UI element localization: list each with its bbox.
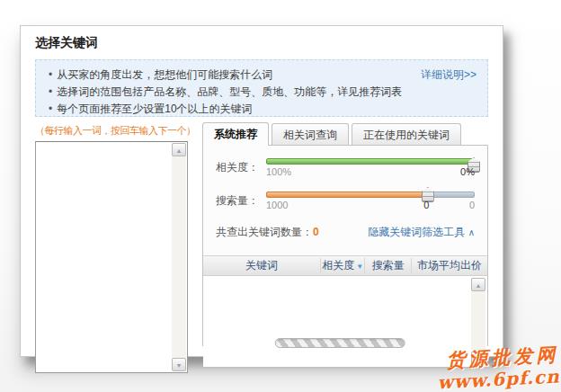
tip-text: 每个页面推荐至少设置10个以上的关键词 [57,102,252,115]
tips-box: •从买家的角度出发，想想他们可能搜索什么词 •选择词的范围包括产品名称、品牌、型… [35,59,488,117]
sort-down-icon: ▼ [356,263,363,271]
search-volume-slider-row: 搜索量： 1000 0 0 [216,189,475,212]
relevance-slider-track[interactable] [266,158,475,165]
collapse-icon: ∧ [468,227,475,237]
tab-system-recommend[interactable]: 系统推荐 [202,122,269,146]
column-header-relevance[interactable]: 相关度▼ [321,258,365,273]
bullet-icon: • [49,68,52,81]
watermark: 货源批发网 www.6pf.cn [436,343,560,392]
tip-text: 选择词的范围包括产品名称、品牌、型号、质地、功能等，详见推荐词表 [57,85,402,98]
search-volume-min-label: 1000 [266,200,288,210]
keyword-table: 关键词 相关度▼ 搜索量 市场平均出价 ▲ ▼ [203,255,487,345]
hide-filter-tool-link[interactable]: 隐藏关键词筛选工具 ∧ [368,225,475,240]
bullet-icon: • [49,85,52,98]
column-header-search-volume[interactable]: 搜索量 [365,258,412,273]
search-volume-value-label: 0 [423,200,429,210]
column-header-relevance-label: 相关度 [322,259,354,272]
keyword-count-value: 0 [313,226,319,238]
column-header-market-avg-bid[interactable]: 市场平均出价 [412,258,487,273]
scroll-up-icon[interactable]: ▲ [471,278,485,291]
details-link[interactable]: 详细说明>> [421,67,476,83]
textarea-scrollbar[interactable]: ▲ ▼ [172,143,186,371]
keyword-count-label: 共查出关键词数量： [216,226,313,238]
search-volume-end-label: 0 [469,200,475,210]
relevance-label: 相关度： [216,160,266,175]
summary-row: 共查出关键词数量：0 隐藏关键词筛选工具 ∧ [216,225,475,240]
keyword-selection-card: 选择关键词 •从买家的角度出发，想想他们可能搜索什么词 •选择词的范围包括产品名… [20,25,503,357]
tip-item: •每个页面推荐至少设置10个以上的关键词 [49,101,476,118]
textarea-hint: （每行输入一词，按回车输入下一个） [35,124,195,138]
relevance-value-label: 0% [460,166,475,177]
keywords-textarea[interactable] [36,142,187,372]
recommend-panel: 系统推荐 相关词查询 正在使用的关键词 相关度： 100% 0% [202,124,488,373]
bullet-icon: • [49,102,52,115]
tip-item: •从买家的角度出发，想想他们可能搜索什么词 [49,67,476,84]
hide-filter-tool-label: 隐藏关键词筛选工具 [368,226,465,238]
search-volume-label: 搜索量： [216,193,266,209]
loading-bar [275,338,405,348]
keywords-textarea-wrap: ▲ ▼ [35,141,188,373]
tab-keywords-in-use[interactable]: 正在使用的关键词 [352,123,461,146]
relevance-min-label: 100% [266,166,291,177]
tip-item: •选择词的范围包括产品名称、品牌、型号、质地、功能等，详见推荐词表 [49,84,476,101]
tab-bar: 系统推荐 相关词查询 正在使用的关键词 [202,124,488,146]
scroll-down-icon[interactable]: ▼ [172,358,186,371]
tip-text: 从买家的角度出发，想想他们可能搜索什么词 [57,68,272,81]
search-volume-slider-fill [266,192,428,198]
tab-related-word-query[interactable]: 相关词查询 [272,123,349,146]
scroll-up-icon[interactable]: ▲ [172,143,186,156]
relevance-slider-row: 相关度： 100% 0% [216,156,475,179]
page-title: 选择关键词 [35,35,488,51]
table-header: 关键词 相关度▼ 搜索量 市场平均出价 [203,256,487,276]
tab-content: 相关度： 100% 0% 搜索量： [202,145,488,346]
column-header-keyword[interactable]: 关键词 [203,258,321,273]
